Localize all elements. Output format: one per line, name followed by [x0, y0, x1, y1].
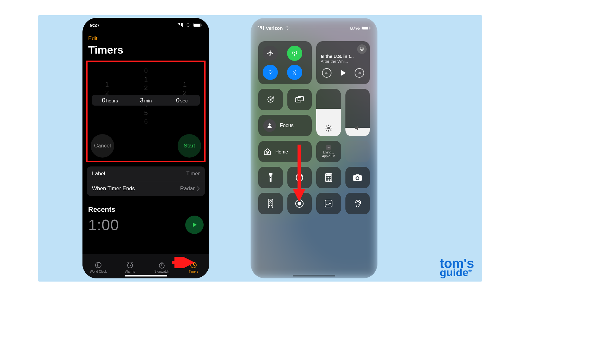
media-module[interactable]: Is the U.S. in t... After the Whi... 30 … — [316, 41, 370, 84]
picker-selected-row: 0hours 3min 0sec — [92, 95, 200, 106]
bluetooth-icon — [291, 69, 298, 76]
svg-rect-30 — [326, 174, 331, 176]
picker-hours-value: 0 — [102, 97, 105, 104]
focus-icon-circle — [263, 119, 276, 132]
control-center: Is the U.S. in t... After the Whi... 30 … — [251, 18, 377, 278]
edit-button[interactable]: Edit — [82, 36, 209, 42]
airplay-icon — [359, 46, 365, 52]
flashlight-button[interactable] — [258, 167, 283, 188]
highlighted-area: 1 2 3 0 1 2 4 5 6 1 — [86, 61, 206, 162]
quick-note-button[interactable] — [316, 193, 341, 214]
svg-rect-38 — [330, 179, 331, 181]
when-timer-ends-row[interactable]: When Timer Ends Radar — [87, 181, 205, 196]
home-label: Home — [275, 149, 288, 154]
phone-timers: 9:27 Edit Timers 1 2 — [82, 18, 209, 278]
airplay-button[interactable] — [357, 44, 367, 54]
start-button[interactable]: Start — [178, 134, 201, 158]
calculator-button[interactable] — [316, 167, 341, 188]
tab-world-clock[interactable]: World Clock — [82, 254, 114, 278]
wifi-toggle[interactable] — [263, 65, 278, 80]
svg-point-40 — [270, 200, 272, 202]
antenna-icon — [291, 50, 298, 57]
label-row[interactable]: Label Timer — [87, 166, 205, 181]
picker-sec-value: 0 — [176, 97, 180, 104]
focus-label: Focus — [280, 123, 294, 128]
battery-icon — [193, 23, 202, 27]
home-indicator[interactable] — [125, 275, 167, 276]
volume-icon — [354, 124, 361, 132]
media-subtitle: After the Whi... — [321, 59, 365, 64]
svg-point-12 — [361, 48, 363, 50]
apple-tv-remote-button[interactable]: tv Living... Apple TV — [316, 141, 341, 162]
phone-control-center: Verizon 87% — [251, 18, 377, 278]
brightness-slider[interactable] — [316, 89, 341, 136]
status-right — [177, 23, 202, 27]
wifi-icon — [267, 69, 274, 76]
svg-point-31 — [326, 177, 327, 178]
ends-row-value: Radar — [180, 185, 195, 192]
annotation-arrow-tabbar — [171, 257, 196, 268]
svg-rect-15 — [298, 96, 304, 101]
svg-line-24 — [330, 126, 331, 127]
play-icon[interactable] — [339, 69, 347, 77]
label-row-key: Label — [92, 171, 105, 177]
svg-rect-47 — [325, 200, 332, 207]
recent-time: 1:00 — [88, 216, 119, 234]
svg-point-27 — [267, 152, 268, 153]
wifi-icon — [185, 23, 191, 27]
status-time: 9:27 — [90, 23, 100, 28]
play-icon — [191, 222, 198, 228]
airplane-mode-toggle[interactable] — [263, 46, 278, 61]
watermark: tom's guide® — [440, 258, 474, 277]
svg-rect-13 — [270, 99, 271, 101]
svg-rect-14 — [295, 98, 301, 102]
svg-point-37 — [328, 180, 329, 181]
screen-record-button[interactable] — [287, 193, 312, 214]
svg-point-46 — [298, 202, 301, 205]
home-indicator[interactable] — [293, 275, 335, 276]
timer-settings-card: Label Timer When Timer Ends Radar — [87, 166, 205, 196]
timer-button[interactable] — [287, 167, 312, 188]
person-icon — [266, 122, 273, 129]
cellular-data-toggle[interactable] — [287, 46, 302, 61]
camera-button[interactable] — [345, 167, 370, 188]
bluetooth-toggle[interactable] — [287, 65, 302, 80]
skip-forward-button[interactable]: 30 — [355, 68, 364, 78]
svg-point-43 — [269, 205, 270, 206]
hearing-button[interactable] — [345, 193, 370, 214]
recent-timer-row[interactable]: 1:00 — [82, 216, 209, 238]
svg-line-22 — [330, 130, 331, 130]
screen-mirror-icon — [295, 96, 304, 103]
ends-row-key: When Timer Ends — [92, 185, 135, 192]
globe-icon — [95, 261, 102, 269]
home-button[interactable]: Home — [258, 141, 312, 162]
apple-tv-remote-icon-button[interactable] — [258, 193, 283, 214]
airplane-icon — [267, 50, 274, 57]
chevron-right-icon — [197, 186, 200, 191]
cancel-button[interactable]: Cancel — [91, 134, 114, 158]
recent-play-button[interactable] — [185, 216, 204, 234]
focus-button[interactable]: Focus — [258, 115, 312, 136]
ear-icon — [354, 199, 361, 208]
skip-back-button[interactable]: 30 — [322, 68, 331, 78]
camera-icon — [353, 174, 362, 181]
record-icon — [295, 199, 304, 208]
svg-line-23 — [326, 130, 327, 130]
svg-point-32 — [328, 177, 329, 178]
connectivity-module[interactable] — [258, 41, 312, 84]
flashlight-icon — [268, 173, 273, 182]
stopwatch-icon — [158, 261, 166, 269]
svg-point-34 — [326, 179, 327, 180]
empty-slot — [345, 141, 370, 162]
calculator-icon — [325, 173, 332, 182]
svg-point-44 — [271, 205, 272, 206]
volume-slider[interactable] — [345, 89, 370, 136]
home-icon — [263, 147, 272, 156]
note-icon — [324, 199, 333, 208]
label-row-value: Timer — [186, 171, 200, 177]
canvas-background: 9:27 Edit Timers 1 2 — [38, 15, 482, 282]
orientation-lock-button[interactable] — [258, 89, 283, 110]
svg-point-35 — [328, 179, 329, 180]
svg-point-36 — [326, 180, 327, 181]
screen-mirroring-button[interactable] — [287, 89, 312, 110]
